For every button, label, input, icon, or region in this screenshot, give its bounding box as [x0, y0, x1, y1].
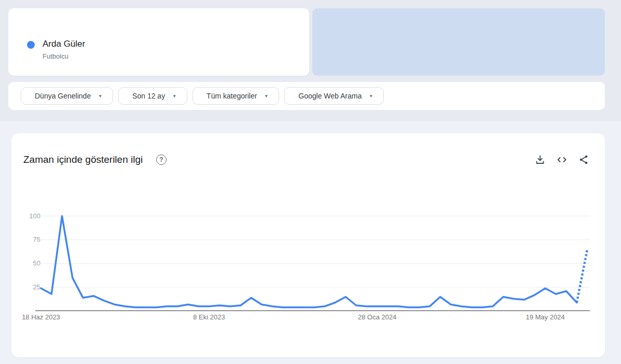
x-axis-label: 28 Oca 2024: [343, 313, 411, 321]
help-icon[interactable]: ?: [156, 155, 167, 165]
category-filter-dropdown[interactable]: Tüm kategoriler ▼: [192, 87, 279, 105]
interest-over-time-card: Zaman içinde gösterilen ilgi ?: [11, 133, 605, 357]
chevron-down-icon: ▼: [172, 93, 176, 99]
search-type-filter-dropdown[interactable]: Google Web Arama ▼: [284, 87, 384, 105]
x-axis-label: 19 May 2024: [512, 313, 579, 321]
compare-card[interactable]: + Karşılaştırın: [312, 8, 605, 76]
search-term-title: Arda Güler: [43, 39, 85, 49]
trend-line: [41, 216, 577, 307]
search-term-subtitle: Futbolcu: [43, 52, 68, 60]
share-icon[interactable]: [578, 154, 589, 165]
x-axis-label: 18 Haz 2023: [7, 313, 75, 321]
chart-actions: [534, 154, 589, 165]
region-filter-dropdown[interactable]: Dünya Genelinde ▼: [21, 87, 113, 105]
series-color-dot: [27, 41, 35, 49]
x-axis-label: 8 Eki 2023: [175, 313, 243, 321]
time-range-filter-dropdown[interactable]: Son 12 ay ▼: [118, 87, 187, 105]
category-filter-label: Tüm kategoriler: [206, 92, 257, 100]
search-type-filter-label: Google Web Arama: [298, 92, 362, 100]
chevron-down-icon: ▼: [264, 93, 268, 99]
chevron-down-icon: ▼: [369, 93, 373, 99]
chart-title: Zaman içinde gösterilen ilgi: [23, 154, 143, 165]
trend-line-partial: [577, 249, 587, 303]
time-range-filter-label: Son 12 ay: [132, 92, 165, 100]
filter-bar: Dünya Genelinde ▼ Son 12 ay ▼ Tüm katego…: [8, 82, 605, 110]
chevron-down-icon: ▼: [98, 93, 102, 99]
region-filter-label: Dünya Genelinde: [35, 92, 91, 100]
trend-line-chart[interactable]: [35, 212, 592, 313]
explore-header-section: Arda Güler Futbolcu + Karşılaştırın Düny…: [0, 0, 621, 121]
search-term-card[interactable]: Arda Güler Futbolcu: [8, 8, 309, 76]
download-icon[interactable]: [534, 154, 546, 165]
embed-icon[interactable]: [556, 154, 568, 165]
